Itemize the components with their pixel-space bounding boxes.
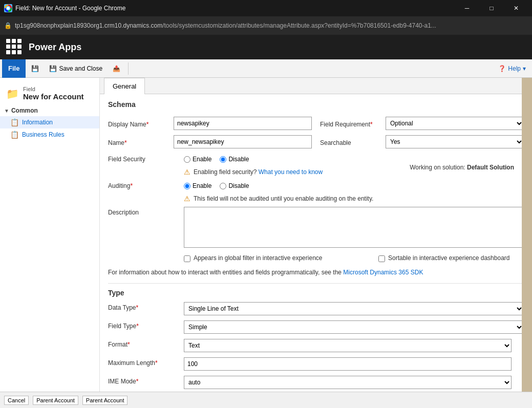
searchable-label: Searchable bbox=[320, 137, 381, 146]
name-col: Name* bbox=[108, 135, 312, 148]
bottom-field-parent-account-2[interactable]: Parent Account bbox=[82, 396, 128, 405]
save-button[interactable]: 💾 bbox=[27, 62, 44, 75]
close-button[interactable]: ✕ bbox=[504, 0, 528, 16]
data-type-select[interactable]: Single Line of Text Multiple Lines of Te… bbox=[184, 302, 524, 315]
save-and-close-button[interactable]: 💾 Save and Close bbox=[45, 62, 107, 75]
sidebar-item-business-rules[interactable]: 📋 Business Rules bbox=[0, 128, 99, 141]
description-textarea[interactable] bbox=[184, 207, 524, 248]
auditing-enable-radio[interactable] bbox=[184, 183, 190, 189]
sdk-link[interactable]: Microsoft Dynamics 365 SDK bbox=[343, 269, 423, 276]
max-length-control bbox=[184, 357, 524, 371]
data-type-row: Data Type* Single Line of Text Multiple … bbox=[108, 302, 524, 315]
minimize-button[interactable]: ─ bbox=[455, 0, 479, 16]
file-button[interactable]: File bbox=[2, 59, 26, 78]
format-control: Text Email URL Phone bbox=[184, 339, 524, 352]
entity-name: New for Account bbox=[23, 92, 84, 101]
help-button[interactable]: ❓ Help ▾ bbox=[494, 63, 530, 74]
field-type-select[interactable]: Simple Calculated Rollup bbox=[184, 320, 524, 334]
publish-icon: 📤 bbox=[113, 65, 120, 72]
field-security-disable-radio[interactable] bbox=[220, 156, 226, 163]
collapse-icon: ▼ bbox=[4, 108, 9, 114]
main-area: 📁 Field New for Account Working on solut… bbox=[0, 78, 532, 408]
bottom-field-cancel[interactable]: Cancel bbox=[4, 396, 29, 405]
form-content: Schema Display Name* Field Requirement* bbox=[100, 94, 532, 400]
field-security-label: Field Security bbox=[108, 154, 180, 163]
searchable-control: Yes No bbox=[386, 135, 524, 148]
tab-general[interactable]: General bbox=[104, 78, 145, 94]
window-controls: ─ □ ✕ bbox=[455, 0, 528, 16]
auditing-enable-label[interactable]: Enable bbox=[184, 182, 211, 189]
bottom-field-parent-account-1[interactable]: Parent Account bbox=[33, 396, 78, 405]
sidebar-item-information[interactable]: 📋 Information bbox=[0, 116, 99, 128]
business-rules-icon: 📋 bbox=[10, 131, 19, 139]
schema-section-title: Schema bbox=[108, 100, 524, 111]
right-panel bbox=[522, 78, 532, 408]
sidebar-item-label-information: Information bbox=[22, 119, 53, 126]
field-security-disable-label[interactable]: Disable bbox=[220, 156, 249, 163]
title-bar: Field: New for Account - Google Chrome ─… bbox=[0, 0, 532, 16]
name-label: Name* bbox=[108, 137, 169, 146]
sortable-item: Sortable in interactive experience dashb… bbox=[378, 254, 524, 263]
display-name-col: Display Name* bbox=[108, 117, 312, 130]
display-name-row: Display Name* Field Requirement* Optiona… bbox=[108, 117, 524, 130]
field-security-enable-radio[interactable] bbox=[184, 156, 190, 163]
description-label: Description bbox=[108, 207, 180, 216]
global-filter-label: Appears in global filter in interactive … bbox=[194, 254, 322, 263]
auditing-disable-radio[interactable] bbox=[220, 183, 226, 189]
description-control bbox=[184, 207, 524, 249]
format-select[interactable]: Text Email URL Phone bbox=[184, 339, 512, 352]
name-row: Name* Searchable Yes No bbox=[108, 135, 524, 148]
section-label: Common bbox=[11, 107, 38, 114]
checkbox-row: Appears in global filter in interactive … bbox=[108, 254, 524, 263]
format-label: Format* bbox=[108, 339, 180, 348]
global-filter-checkbox[interactable] bbox=[184, 255, 190, 262]
auditing-warning-icon: ⚠ bbox=[184, 195, 190, 203]
bottom-parent-account-2-label: Parent Account bbox=[86, 397, 124, 403]
toolbar: File 💾 💾 Save and Close 📤 ❓ Help ▾ bbox=[0, 59, 532, 78]
entity-info: Field New for Account bbox=[23, 86, 84, 101]
maximize-button[interactable]: □ bbox=[480, 0, 503, 16]
description-row: Description bbox=[108, 207, 524, 249]
field-security-control: Enable Disable bbox=[184, 154, 524, 163]
waffle-icon[interactable] bbox=[6, 39, 23, 55]
information-icon: 📋 bbox=[10, 118, 19, 126]
help-chevron-icon: ▾ bbox=[523, 65, 526, 72]
field-security-link[interactable]: What you need to know bbox=[259, 168, 323, 176]
name-control bbox=[174, 135, 312, 148]
address-text: tp1sg908nonphxplain18930org1.crm10.dynam… bbox=[15, 22, 528, 29]
entity-label: Field bbox=[23, 86, 84, 92]
app-name: Power Apps bbox=[29, 42, 81, 53]
field-type-row: Field Type* Simple Calculated Rollup bbox=[108, 320, 524, 334]
max-length-input[interactable] bbox=[184, 357, 512, 371]
field-requirement-select[interactable]: Optional Business Recommended Business R… bbox=[386, 117, 524, 130]
save-close-icon: 💾 bbox=[49, 65, 57, 72]
field-security-radio-group: Enable Disable bbox=[184, 154, 524, 163]
auditing-disable-label[interactable]: Disable bbox=[220, 182, 249, 189]
sidebar-item-label-business-rules: Business Rules bbox=[22, 131, 65, 138]
field-requirement-label: Field Requirement* bbox=[320, 119, 381, 128]
window-title: Field: New for Account - Google Chrome bbox=[15, 5, 125, 12]
sidebar-section-common: ▼ Common 📋 Information 📋 Business Rules bbox=[0, 105, 99, 141]
display-name-input[interactable] bbox=[174, 117, 312, 130]
type-section-title: Type bbox=[108, 283, 524, 297]
entity-header: 📁 Field New for Account bbox=[0, 82, 99, 103]
field-security-row: Field Security Enable Disable bbox=[108, 154, 524, 163]
format-row: Format* Text Email URL Phone bbox=[108, 339, 524, 352]
display-name-control bbox=[174, 117, 312, 130]
sdk-info-text: For information about how to interact wi… bbox=[108, 268, 524, 277]
help-icon: ❓ bbox=[498, 65, 506, 72]
svg-point-0 bbox=[7, 7, 10, 10]
field-security-enable-label[interactable]: Enable bbox=[184, 156, 211, 163]
sortable-checkbox[interactable] bbox=[378, 255, 385, 262]
field-requirement-col: Field Requirement* Optional Business Rec… bbox=[320, 117, 524, 130]
ime-mode-control: auto active inactive disabled bbox=[184, 376, 524, 389]
searchable-select[interactable]: Yes No bbox=[386, 135, 524, 148]
ime-mode-select[interactable]: auto active inactive disabled bbox=[184, 376, 512, 389]
publish-button[interactable]: 📤 bbox=[108, 62, 125, 75]
name-input[interactable] bbox=[174, 135, 312, 148]
auditing-control: Enable Disable bbox=[184, 180, 524, 189]
auditing-row: Auditing* Enable Disable bbox=[108, 180, 524, 189]
warning-icon: ⚠ bbox=[184, 168, 190, 176]
max-length-row: Maximum Length* bbox=[108, 357, 524, 371]
auditing-warning-text: This field will not be audited until you… bbox=[194, 195, 373, 202]
